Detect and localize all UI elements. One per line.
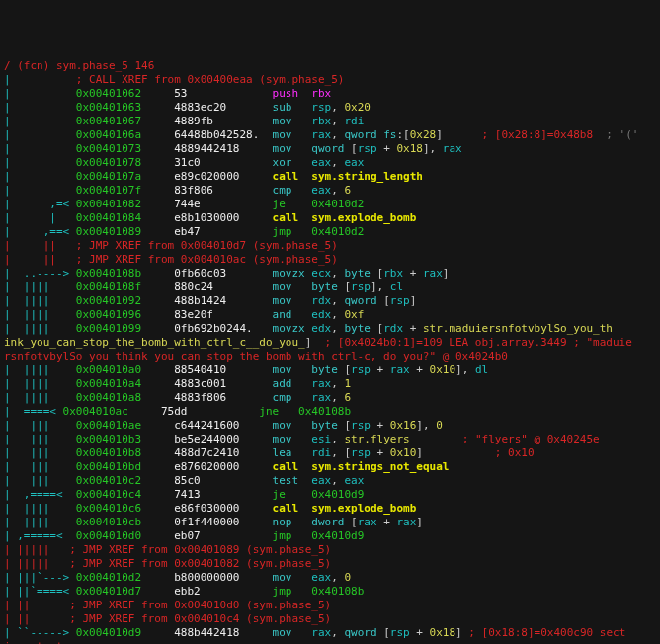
- code-line[interactable]: | ||| 0x004010bd e876020000 call sym.str…: [4, 460, 656, 474]
- code-line[interactable]: | ====< 0x004010ac 75dd jne 0x40108b: [4, 405, 656, 419]
- code-line[interactable]: | |||| 0x00401096 83e20f and edx, 0xf: [4, 308, 656, 322]
- code-line[interactable]: | ||| 0x004010b3 be5e244000 mov esi, str…: [4, 433, 656, 446]
- code-line[interactable]: | ,=====< 0x004010d0 eb07 jmp 0x4010d9: [4, 529, 656, 543]
- xref: | ||||| ; JMP XREF from 0x00401082 (sym.…: [4, 557, 656, 571]
- code-line[interactable]: | 0x00401063 4883ec20 sub rsp, 0x20: [4, 101, 656, 115]
- code-line-wrap: ink_you_can_stop_the_bomb_with_ctrl_c__d…: [4, 336, 656, 350]
- code-line[interactable]: | |||| 0x0040108f 880c24 mov byte [rsp],…: [4, 281, 656, 294]
- code-line[interactable]: | |||`---> 0x004010d2 b800000000 mov eax…: [4, 571, 656, 585]
- function-header: / (fcn) sym.phase_5 146: [4, 59, 656, 73]
- code-line-wrap: ion..text: [4, 640, 656, 644]
- code-line[interactable]: | ||`====< 0x004010d7 ebb2 jmp 0x40108b: [4, 585, 656, 599]
- code-line[interactable]: | |||| 0x00401099 0fb692b0244. movzx edx…: [4, 322, 656, 336]
- xref: | ; CALL XREF from 0x00400eaa (sym.phase…: [4, 73, 656, 87]
- code-line[interactable]: | | 0x00401084 e8b1030000 call sym.explo…: [4, 211, 656, 225]
- code-line[interactable]: | ``-----> 0x004010d9 488b442418 mov rax…: [4, 626, 656, 640]
- code-line[interactable]: | 0x00401062 53 push rbx: [4, 87, 656, 101]
- code-line[interactable]: | ||| 0x004010c2 85c0 test eax, eax: [4, 474, 656, 488]
- code-line[interactable]: | ||| 0x004010b8 488d7c2410 lea rdi, [rs…: [4, 446, 656, 460]
- code-line[interactable]: | 0x00401073 4889442418 mov qword [rsp +…: [4, 142, 656, 156]
- code-line[interactable]: | ,=< 0x00401082 744e je 0x4010d2: [4, 198, 656, 211]
- xref: | ||||| ; JMP XREF from 0x00401089 (sym.…: [4, 543, 656, 557]
- code-line[interactable]: | ,====< 0x004010c4 7413 je 0x4010d9: [4, 488, 656, 502]
- code-line[interactable]: | ||| 0x004010ae c644241600 mov byte [rs…: [4, 419, 656, 433]
- code-line[interactable]: | 0x00401067 4889fb mov rbx, rdi: [4, 115, 656, 128]
- xref: | || ; JMP XREF from 0x004010ac (sym.pha…: [4, 253, 656, 267]
- xref: | || ; JMP XREF from 0x004010c4 (sym.pha…: [4, 612, 656, 626]
- code-line[interactable]: | |||| 0x004010cb 0f1f440000 nop dword […: [4, 516, 656, 529]
- xref: | || ; JMP XREF from 0x004010d0 (sym.pha…: [4, 599, 656, 612]
- code-line[interactable]: | |||| 0x00401092 488b1424 mov rdx, qwor…: [4, 294, 656, 308]
- xref: | || ; JMP XREF from 0x004010d7 (sym.pha…: [4, 239, 656, 253]
- code-line[interactable]: | 0x0040107f 83f806 cmp eax, 6: [4, 184, 656, 198]
- code-line[interactable]: | |||| 0x004010a4 4883c001 add rax, 1: [4, 377, 656, 391]
- code-line[interactable]: | 0x0040106a 64488b042528. mov rax, qwor…: [4, 128, 656, 142]
- code-line-wrap: rsnfotvbylSo you think you can stop the …: [4, 350, 656, 363]
- code-line[interactable]: | 0x00401078 31c0 xor eax, eax: [4, 156, 656, 170]
- code-line[interactable]: | 0x0040107a e89c020000 call sym.string_…: [4, 170, 656, 184]
- code-line[interactable]: | ..----> 0x0040108b 0fb60c03 movzx ecx,…: [4, 267, 656, 281]
- code-line[interactable]: | ,==< 0x00401089 eb47 jmp 0x4010d2: [4, 225, 656, 239]
- disassembly-view[interactable]: / (fcn) sym.phase_5 146| ; CALL XREF fro…: [4, 59, 656, 644]
- code-line[interactable]: | |||| 0x004010a8 4883f806 cmp rax, 6: [4, 391, 656, 405]
- code-line[interactable]: | |||| 0x004010c6 e86f030000 call sym.ex…: [4, 502, 656, 516]
- code-line[interactable]: | |||| 0x004010a0 88540410 mov byte [rsp…: [4, 363, 656, 377]
